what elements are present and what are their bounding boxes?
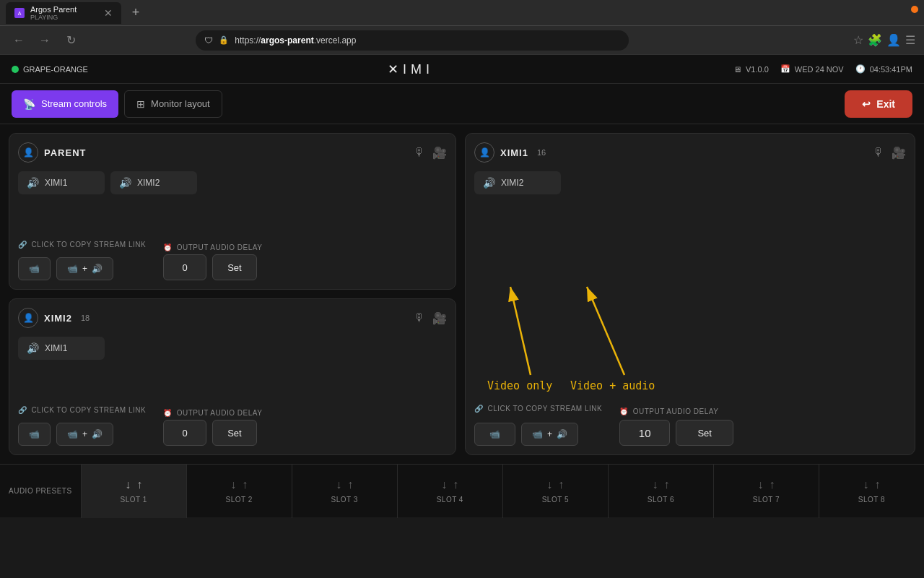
slot-8-download-icon[interactable]: ↓ [863, 478, 868, 491]
preset-slots: ↓ ↑ SLOT 1 ↓ ↑ SLOT 2 ↓ ↑ SLOT 3 ↓ ↑ S [81, 465, 924, 518]
parent-set-button[interactable]: Set [212, 254, 257, 280]
new-tab-button[interactable]: + [127, 4, 144, 22]
ximi1-video-only-button[interactable]: 📹 [474, 423, 515, 446]
browser-tab[interactable]: A Argos Parent PLAYING ✕ [6, 2, 121, 24]
ximi2-panel-header: 👤 XIMI2 18 🎙 🎥 [18, 308, 447, 328]
ximi1-camera-icon[interactable]: 🎥 [892, 146, 906, 160]
parent-delay-input[interactable]: 0 [163, 254, 206, 280]
browser-chrome: A Argos Parent PLAYING ✕ + [0, 0, 924, 26]
clock-icon: 🕐 [855, 64, 866, 74]
preset-slot-4[interactable]: ↓ ↑ SLOT 4 [397, 465, 502, 518]
svg-text:Video only: Video only [487, 379, 552, 392]
slot-4-download-icon[interactable]: ↓ [441, 478, 447, 491]
profile-icon[interactable]: 👤 [886, 33, 901, 47]
svg-line-4 [510, 287, 531, 375]
slot-4-upload-icon[interactable]: ↑ [453, 478, 458, 491]
ximi2-microphone-icon[interactable]: 🎙 [414, 311, 425, 325]
calendar-icon: 📅 [780, 64, 790, 74]
parent-panel: 👤 PARENT 🎙 🎥 🔊 XIMI1 🔊 XIMI2 [9, 133, 456, 290]
tab-stream-controls[interactable]: 📡 Stream controls [12, 90, 118, 118]
ximi2-camera-icon[interactable]: 🎥 [432, 311, 447, 325]
ximi1-video-audio-button[interactable]: 📹 + 🔊 [521, 423, 578, 446]
ximi1-alarm-icon: ⏰ [619, 407, 629, 415]
ximi2-delay-input[interactable]: 0 [163, 420, 206, 446]
ximi2-video-audio-button[interactable]: 📹 + 🔊 [56, 423, 113, 446]
ximi2-video-only-icon: 📹 [29, 429, 40, 439]
ximi2-panel-icon: 👤 [18, 308, 38, 328]
video-audio-icon: 📹 [67, 264, 78, 274]
slot-7-download-icon[interactable]: ↓ [757, 478, 763, 491]
ximi2-panel-name: XIMI2 [44, 313, 72, 324]
slot-1-download-icon[interactable]: ↓ [125, 478, 131, 491]
svg-text:A: A [18, 11, 22, 16]
ximi2-video-only-button[interactable]: 📹 [18, 423, 51, 446]
slot-8-label: SLOT 8 [858, 496, 885, 504]
parent-video-audio-button[interactable]: 📹 + 🔊 [56, 257, 113, 280]
ximi2-speaker-icon: 🔊 [27, 342, 39, 354]
ximi2-chip-ximi1: 🔊 XIMI1 [18, 337, 105, 360]
extensions-icon[interactable]: 🧩 [868, 33, 882, 47]
ximi-logo: ✕IMI [88, 61, 733, 77]
slot-2-download-icon[interactable]: ↓ [230, 478, 236, 491]
ximi2-stream-link-group: 🔗 CLICK TO COPY STREAM LINK 📹 📹 + 🔊 [18, 406, 146, 446]
slot-3-upload-icon[interactable]: ↑ [347, 478, 353, 491]
tab-monitor-layout[interactable]: ⊞ Monitor layout [124, 90, 222, 118]
slot-3-icons: ↓ ↑ [336, 478, 353, 491]
monitor-layout-icon: ⊞ [136, 98, 145, 110]
ximi2-audio-delay-group: ⏰ OUTPUT AUDIO DELAY 0 Set [163, 409, 262, 446]
ximi2-video-audio-icon: 📹 [67, 429, 78, 439]
forward-button[interactable]: → [35, 30, 55, 51]
slot-6-download-icon[interactable]: ↓ [652, 478, 658, 491]
parent-stream-buttons: 📹 📹 + 🔊 [18, 257, 146, 280]
ximi2-bottom-controls: 🔗 CLICK TO COPY STREAM LINK 📹 📹 + 🔊 [18, 397, 447, 446]
tab-title: Argos Parent [30, 5, 77, 14]
reload-button[interactable]: ↻ [61, 30, 81, 51]
ximi2-stream-link-label: 🔗 CLICK TO COPY STREAM LINK [18, 406, 146, 414]
chip-ximi1-label: XIMI1 [45, 178, 67, 188]
slot-5-download-icon[interactable]: ↓ [546, 478, 552, 491]
microphone-icon[interactable]: 🎙 [414, 146, 425, 160]
preset-slot-2[interactable]: ↓ ↑ SLOT 2 [186, 465, 292, 518]
slot-5-upload-icon[interactable]: ↑ [558, 478, 564, 491]
slot-8-icons: ↓ ↑ [863, 478, 880, 491]
camera-icon[interactable]: 🎥 [432, 146, 447, 160]
exit-button[interactable]: ↩ Exit [845, 90, 912, 118]
address-bar[interactable]: 🛡 🔒 https://argos-parent.vercel.app [196, 30, 629, 51]
exit-icon: ↩ [862, 98, 871, 110]
slot-6-upload-icon[interactable]: ↑ [663, 478, 669, 491]
back-button[interactable]: ← [9, 30, 29, 51]
parent-video-only-button[interactable]: 📹 [18, 257, 51, 280]
slot-1-label: SLOT 1 [121, 496, 147, 504]
ximi1-microphone-icon[interactable]: 🎙 [873, 146, 884, 160]
parent-delay-value: 0 [183, 262, 188, 273]
ximi1-badge: 16 [537, 148, 546, 157]
slot-2-upload-icon[interactable]: ↑ [242, 478, 248, 491]
slot-8-upload-icon[interactable]: ↑ [874, 478, 880, 491]
preset-slot-8[interactable]: ↓ ↑ SLOT 8 [819, 465, 924, 518]
slot-7-upload-icon[interactable]: ↑ [769, 478, 775, 491]
parent-bottom-controls: 🔗 CLICK TO COPY STREAM LINK 📹 📹 + 🔊 [18, 232, 447, 280]
slot-1-upload-icon[interactable]: ↑ [136, 478, 142, 491]
header-right: 🖥 V1.0.0 📅 WED 24 NOV 🕐 04:53:41PM [733, 64, 912, 74]
ximi1-delay-input[interactable]: 10 [619, 420, 670, 446]
ximi2-participants: 🔊 XIMI1 [18, 337, 447, 360]
ximi1-video-only-icon: 📹 [489, 429, 500, 439]
slot-3-download-icon[interactable]: ↓ [336, 478, 341, 491]
ximi1-set-button[interactable]: Set [676, 420, 733, 446]
ximi2-set-label: Set [227, 428, 242, 439]
tab-close-button[interactable]: ✕ [104, 7, 113, 19]
preset-slot-7[interactable]: ↓ ↑ SLOT 7 [713, 465, 819, 518]
ximi2-set-button[interactable]: Set [212, 420, 257, 446]
preset-slot-5[interactable]: ↓ ↑ SLOT 5 [502, 465, 608, 518]
preset-slot-6[interactable]: ↓ ↑ SLOT 6 [608, 465, 713, 518]
svg-text:Video + audio: Video + audio [570, 379, 655, 392]
star-icon[interactable]: ☆ [853, 33, 863, 47]
menu-icon[interactable]: ☰ [905, 33, 915, 47]
preset-slot-3[interactable]: ↓ ↑ SLOT 3 [292, 465, 397, 518]
preset-slot-1[interactable]: ↓ ↑ SLOT 1 [81, 465, 186, 518]
url-suffix: .vercel.app [314, 35, 357, 46]
ximi1-speaker-icon: 🔊 [483, 177, 495, 189]
ximi1-delay-controls: 10 Set [619, 420, 733, 446]
ximi2-panel: 👤 XIMI2 18 🎙 🎥 🔊 XIMI1 🔗 CLICK [9, 298, 456, 455]
ximi1-set-label: Set [697, 428, 712, 439]
